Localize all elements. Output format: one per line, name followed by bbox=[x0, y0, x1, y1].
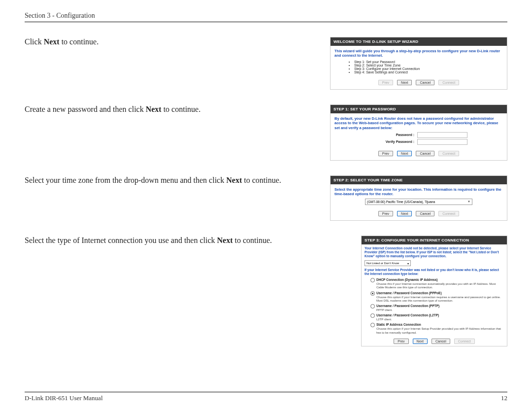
button-row: Prev Next Cancel Connect bbox=[334, 151, 503, 156]
instruction-row-3: Select your time zone from the drop-down… bbox=[25, 175, 507, 221]
radio-icon bbox=[370, 323, 375, 327]
connect-button[interactable]: Connect bbox=[438, 151, 459, 156]
isp-select[interactable]: Not Listed or Don't Know ▾ bbox=[365, 260, 411, 266]
isp-value: Not Listed or Don't Know bbox=[366, 262, 399, 265]
button-row: Prev Next Cancel Connect bbox=[334, 80, 503, 85]
bold-next: Next bbox=[146, 105, 162, 113]
option-desc: Choose this if your Internet connection … bbox=[376, 282, 504, 289]
option-name: Username / Password Connection (PPTP) bbox=[376, 304, 439, 308]
instruction-row-4: Select the type of Internet connection y… bbox=[25, 236, 507, 346]
footer-manual: D-Link DIR-651 User Manual bbox=[25, 394, 103, 402]
text: Select the type of Internet connection y… bbox=[25, 236, 217, 244]
panel-intro: Select the appropriate time zone for you… bbox=[334, 187, 503, 197]
timezone-value: (GMT-08:00) Pacific Time (US/Canada), Ti… bbox=[367, 200, 435, 204]
step-item: Step 1: Set your Password bbox=[354, 60, 503, 64]
bold-next: Next bbox=[217, 236, 233, 244]
connection-option-pptp[interactable]: Username / Password Connection (PPTP) bbox=[370, 304, 504, 308]
option-name: Username / Password Connection (PPPoE) bbox=[376, 291, 442, 295]
radio-icon bbox=[370, 278, 375, 282]
connect-button[interactable]: Connect bbox=[454, 339, 475, 344]
panel-title: STEP 1: SET YOUR PASSWORD bbox=[331, 105, 507, 113]
page-footer: D-Link DIR-651 User Manual 12 bbox=[25, 392, 507, 402]
button-row: Prev Next Cancel Connect bbox=[334, 211, 503, 216]
option-name: DHCP Connection (Dynamic IP Address) bbox=[376, 278, 438, 281]
panel-title: WELCOME TO THE D-LINK SETUP WIZARD bbox=[331, 37, 507, 46]
cancel-button[interactable]: Cancel bbox=[416, 151, 434, 156]
cancel-button[interactable]: Cancel bbox=[416, 80, 434, 85]
next-button[interactable]: Next bbox=[413, 339, 428, 344]
option-desc: Choose this option if your Internet conn… bbox=[376, 296, 504, 303]
text: Click bbox=[25, 37, 44, 46]
instruction-text-4: Select the type of Internet connection y… bbox=[25, 236, 300, 246]
prev-button[interactable]: Prev bbox=[378, 151, 393, 156]
wizard-steps-list: Step 1: Set your Password Step 2: Select… bbox=[334, 60, 503, 74]
panel-intro-1: Your Internet Connection could not be de… bbox=[365, 246, 504, 258]
panel-title: STEP 3: CONFIGURE YOUR INTERNET CONNECTI… bbox=[362, 236, 507, 244]
text: to continue. bbox=[60, 37, 99, 46]
option-name: Static IP Address Connection bbox=[376, 323, 421, 327]
verify-password-input[interactable] bbox=[417, 139, 467, 145]
chevron-down-icon: ▾ bbox=[407, 262, 409, 265]
connect-button[interactable]: Connect bbox=[438, 211, 459, 216]
radio-icon bbox=[370, 291, 375, 296]
instruction-text-2: Create a new password and then click Nex… bbox=[25, 104, 300, 115]
step-item: Step 3: Configure your Internet Connecti… bbox=[354, 67, 503, 70]
next-button[interactable]: Next bbox=[397, 211, 412, 216]
connection-option-pppoe[interactable]: Username / Password Connection (PPPoE) bbox=[370, 291, 504, 296]
option-desc: Choose this option if your Internet Setu… bbox=[376, 327, 504, 334]
panel-title: STEP 2: SELECT YOUR TIME ZONE bbox=[331, 176, 507, 184]
chevron-down-icon: ▼ bbox=[467, 200, 470, 203]
panel-intro-2: If your Internet Service Provider was no… bbox=[365, 268, 504, 276]
step-item: Step 2: Select your Time Zone bbox=[354, 64, 503, 67]
verify-password-label: Verify Password : bbox=[370, 140, 414, 143]
wizard-timezone-panel: STEP 2: SELECT YOUR TIME ZONE Select the… bbox=[330, 175, 507, 221]
radio-icon bbox=[370, 313, 375, 318]
bold-next: Next bbox=[44, 37, 60, 46]
instruction-text-3: Select your time zone from the drop-down… bbox=[25, 175, 300, 186]
prev-button[interactable]: Prev bbox=[378, 211, 393, 216]
footer-page-number: 12 bbox=[501, 394, 507, 402]
page-header: Section 3 - Configuration bbox=[25, 12, 507, 22]
panel-intro: By default, your new D-Link Router does … bbox=[334, 116, 503, 130]
prev-button[interactable]: Prev bbox=[394, 339, 408, 344]
text: to continue. bbox=[242, 176, 281, 184]
step-item: Step 4: Save Settings and Connect bbox=[354, 70, 503, 74]
instruction-row-2: Create a new password and then click Nex… bbox=[25, 104, 507, 161]
wizard-welcome-panel: WELCOME TO THE D-LINK SETUP WIZARD This … bbox=[330, 37, 507, 90]
next-button[interactable]: Next bbox=[397, 151, 412, 156]
text: to continue. bbox=[162, 105, 201, 113]
radio-icon bbox=[370, 304, 375, 308]
password-row: Password : bbox=[334, 132, 503, 138]
cancel-button[interactable]: Cancel bbox=[416, 211, 434, 216]
instruction-row-1: Click Next to continue. WELCOME TO THE D… bbox=[25, 37, 507, 90]
instruction-text-1: Click Next to continue. bbox=[25, 37, 300, 47]
wizard-password-panel: STEP 1: SET YOUR PASSWORD By default, yo… bbox=[330, 104, 507, 161]
text: to continue. bbox=[233, 236, 272, 244]
option-name: Username / Password Connection (L2TP) bbox=[376, 313, 439, 317]
connection-option-static[interactable]: Static IP Address Connection bbox=[370, 323, 504, 327]
bold-next: Next bbox=[226, 176, 242, 184]
button-row: Prev Next Cancel Connect bbox=[365, 339, 504, 344]
password-label: Password : bbox=[370, 133, 414, 137]
prev-button[interactable]: Prev bbox=[378, 80, 393, 85]
wizard-internet-panel: STEP 3: CONFIGURE YOUR INTERNET CONNECTI… bbox=[361, 236, 507, 346]
panel-intro: This wizard will guide you through a ste… bbox=[334, 49, 503, 58]
option-desc: PPTP client. bbox=[376, 308, 504, 312]
password-input[interactable] bbox=[417, 132, 467, 138]
text: Select your time zone from the drop-down… bbox=[25, 176, 226, 184]
connect-button[interactable]: Connect bbox=[438, 80, 459, 85]
next-button[interactable]: Next bbox=[397, 80, 412, 85]
connection-option-l2tp[interactable]: Username / Password Connection (L2TP) bbox=[370, 313, 504, 318]
text: Create a new password and then click bbox=[25, 105, 146, 113]
option-desc: L2TP client. bbox=[376, 318, 504, 321]
verify-password-row: Verify Password : bbox=[334, 139, 503, 145]
connection-option-dhcp[interactable]: DHCP Connection (Dynamic IP Address) bbox=[370, 278, 504, 282]
timezone-select[interactable]: (GMT-08:00) Pacific Time (US/Canada), Ti… bbox=[365, 199, 472, 205]
cancel-button[interactable]: Cancel bbox=[432, 339, 450, 344]
